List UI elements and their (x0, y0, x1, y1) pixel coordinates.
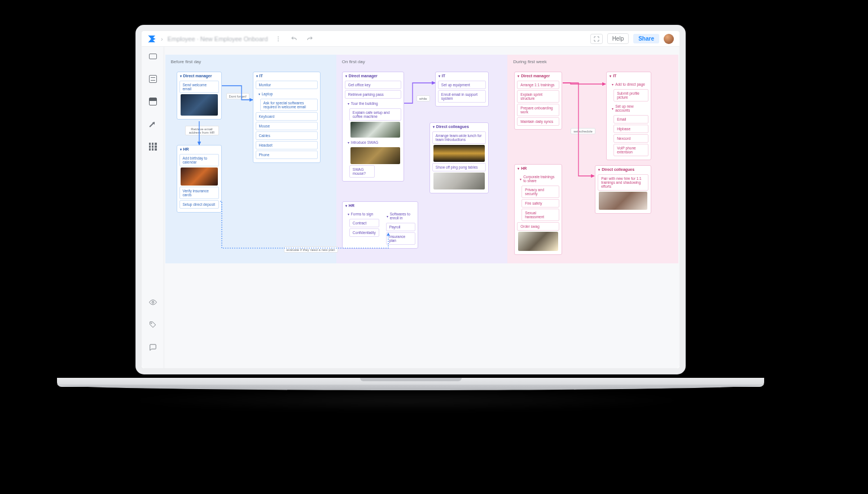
svg-point-4 (151, 323, 151, 324)
comments-button[interactable] (147, 341, 159, 354)
card-item[interactable]: Add birthday to calendar (179, 154, 219, 166)
card-item[interactable]: Get office key (345, 81, 401, 89)
card-item[interactable]: Enroll email in support system (438, 90, 486, 103)
card-subitem[interactable]: Nexcord (613, 134, 648, 143)
card-subheader[interactable]: Add to direct page (615, 82, 645, 86)
chevron-down-icon: ▾ (518, 166, 519, 170)
fullscreen-button[interactable] (590, 34, 603, 44)
column-on-first-day[interactable]: On first day ▾Direct manager Get office … (336, 55, 507, 263)
card-subitem[interactable]: SWAG mouse? (349, 165, 375, 178)
card-title: Direct colleagues (602, 167, 634, 171)
svg-point-3 (152, 301, 154, 303)
card-subitem[interactable]: Sexual harassment (521, 209, 559, 221)
card-subheader[interactable]: Tour the building (351, 102, 378, 105)
card-title: IT (442, 74, 445, 78)
app-logo-icon (147, 34, 156, 43)
card-item[interactable]: Show off ping pong tables (432, 163, 486, 171)
column-header: On first day (342, 59, 365, 64)
card-item[interactable]: Explain sprint structure (517, 90, 559, 103)
tags-button[interactable] (147, 319, 159, 331)
card-before-it[interactable]: ▾IT Monitor ▾Laptop Ask for special soft… (253, 72, 321, 163)
card-item[interactable]: Prepare onboarding work (517, 104, 559, 116)
card-subheader[interactable]: Softwares to enroll in (390, 212, 413, 220)
card-subitem[interactable]: Explain cafe setup and coffee machine (349, 108, 401, 121)
card-item[interactable]: Maintain daily syncs (517, 117, 559, 126)
card-subheader[interactable]: Forms to sign (351, 212, 373, 216)
card-subitem[interactable]: Privacy and security (521, 186, 559, 198)
document-title[interactable]: Employee · New Employee Onboard (168, 36, 268, 42)
card-item[interactable]: Monitor (256, 81, 318, 89)
card-item[interactable]: Send welcome email (179, 81, 219, 93)
image-placeholder (433, 145, 485, 162)
chevron-down-icon: ▾ (598, 167, 600, 171)
left-toolbar (142, 47, 164, 368)
chevron-down-icon: ▾ (345, 74, 347, 78)
card-item[interactable]: Verify insurance cards (179, 187, 219, 199)
card-subheader[interactable]: Corporate trainings to share (523, 175, 556, 183)
card-item[interactable]: Headset (256, 141, 318, 149)
card-item[interactable]: Order swag (517, 222, 559, 231)
card-item[interactable]: Set up equipment (438, 81, 486, 89)
redo-button[interactable] (304, 33, 315, 45)
card-title: IT (613, 74, 616, 78)
card-onday-direct-manager[interactable]: ▾Direct manager Get office key Retrieve … (342, 72, 404, 182)
card-item[interactable]: Setup direct deposit (179, 200, 219, 209)
card-subheader[interactable]: Laptop (262, 92, 273, 96)
card-week-it[interactable]: ▾IT ▾Add to direct page Submit profile p… (606, 72, 651, 160)
card-subitem[interactable]: Ask for special softwares required in we… (260, 99, 318, 111)
card-item[interactable]: Phone (256, 151, 318, 159)
card-onday-direct-colleagues[interactable]: ▾Direct colleagues Arrange team-wide lun… (429, 122, 489, 193)
card-subheader[interactable]: Introduce SWAG (351, 140, 379, 144)
card-subitem[interactable]: Submit profile picture (613, 89, 648, 102)
tool-section[interactable] (147, 73, 159, 85)
column-header: During first week (513, 59, 547, 64)
card-subitem[interactable]: Email (613, 115, 648, 124)
card-item[interactable]: Arrange 1:1 trainings (517, 81, 559, 89)
chevron-down-icon: ▾ (612, 107, 613, 111)
card-item[interactable]: Mouse (256, 122, 318, 130)
connector-label: evaluate if they need a new plan (284, 246, 338, 253)
chevron-down-icon: ▾ (348, 212, 349, 216)
card-subitem[interactable]: Fire safety (521, 199, 559, 208)
image-placeholder (518, 232, 558, 251)
breadcrumb-separator: › (161, 36, 163, 42)
card-title: IT (260, 74, 263, 78)
more-menu-button[interactable] (273, 33, 284, 45)
card-subitem[interactable]: VoIP phone extension (613, 144, 648, 156)
chevron-down-icon: ▾ (439, 74, 440, 78)
help-button[interactable]: Help (607, 33, 629, 44)
card-item[interactable]: Keyboard (256, 112, 318, 121)
tool-select[interactable] (147, 50, 159, 63)
card-title: HR (349, 204, 354, 208)
column-before-first-day[interactable]: Before first day ▾Direct manager Send we… (165, 55, 336, 263)
card-week-direct-colleagues[interactable]: ▾Direct colleagues Pair with new hire fo… (595, 165, 651, 214)
card-subitem[interactable]: Contract (349, 219, 379, 227)
user-avatar[interactable] (664, 34, 674, 44)
card-before-direct-manager[interactable]: ▾Direct manager Send welcome email (177, 72, 222, 120)
card-onday-it[interactable]: ▾IT Set up equipment Enroll email in sup… (435, 72, 489, 107)
svg-point-0 (278, 36, 279, 37)
canvas[interactable]: Before first day ▾Direct manager Send we… (164, 47, 680, 368)
card-week-direct-manager[interactable]: ▾Direct manager Arrange 1:1 trainings Ex… (514, 72, 562, 130)
card-title: HR (183, 147, 189, 151)
tool-card[interactable] (147, 95, 159, 108)
card-item[interactable]: Cables (256, 131, 318, 140)
card-subitem[interactable]: Hipbase (613, 125, 648, 133)
card-subheader[interactable]: Set up new accounts (615, 104, 646, 112)
card-item[interactable]: Pair with new hire for 1:1 trainings and… (598, 174, 648, 191)
card-subitem[interactable]: Confidentiality (349, 228, 379, 237)
chevron-down-icon: ▾ (433, 125, 435, 129)
tool-connector[interactable] (147, 118, 159, 130)
card-onday-hr[interactable]: ▾HR ▾Forms to sign Contract Confidential… (342, 201, 418, 249)
card-item[interactable]: Retrieve parking pass (345, 90, 401, 99)
share-button[interactable]: Share (633, 34, 659, 43)
card-subitem[interactable]: Insurance plan (386, 232, 415, 245)
column-during-first-week[interactable]: During first week ▾Direct manager Arrang… (507, 55, 678, 263)
undo-button[interactable] (288, 33, 300, 45)
card-week-hr[interactable]: ▾HR ▾Corporate trainings to share Privac… (514, 164, 562, 255)
tool-grid[interactable] (147, 140, 159, 153)
card-before-hr[interactable]: ▾HR Add birthday to calendar Verify insu… (177, 145, 222, 213)
view-toggle-button[interactable] (147, 296, 159, 308)
card-subitem[interactable]: Payroll (386, 223, 415, 231)
card-item[interactable]: Arrange team-wide lunch for team introdu… (432, 131, 486, 144)
